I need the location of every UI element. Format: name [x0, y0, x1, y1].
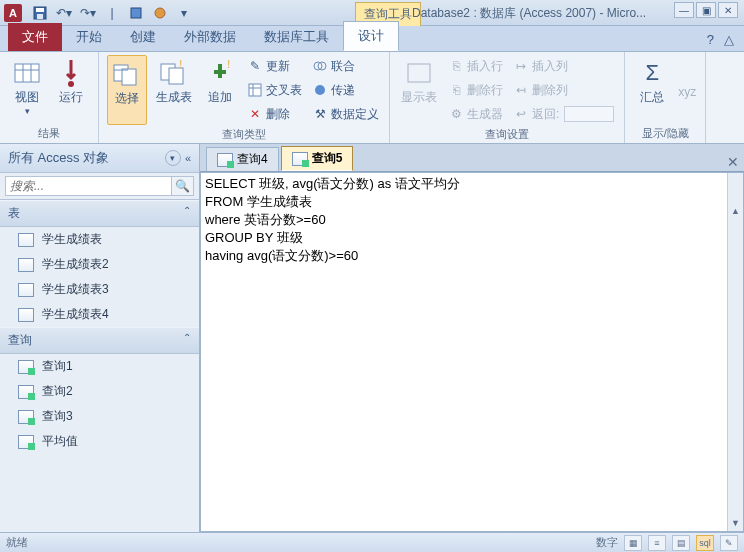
nav-table-item[interactable]: 学生成绩表4 [0, 302, 199, 327]
return-button: ↩返回: [511, 103, 616, 125]
scroll-down-icon[interactable]: ▼ [728, 515, 743, 531]
run-button[interactable]: 运行 [52, 55, 90, 118]
passthrough-button[interactable]: 传递 [310, 79, 381, 101]
builder-button: ⚙生成器 [446, 103, 505, 125]
svg-rect-5 [15, 64, 39, 82]
minimize-button[interactable]: — [674, 2, 694, 18]
close-tab-icon[interactable]: ✕ [724, 153, 742, 171]
restore-button[interactable]: ▣ [696, 2, 716, 18]
sql-text: SELECT 班级, avg(语文分数) as 语文平均分 FROM 学生成绩表… [205, 176, 460, 263]
show-table-icon [403, 57, 435, 89]
doc-tab[interactable]: 查询4 [206, 147, 279, 171]
nav-table-item[interactable]: 学生成绩表3 [0, 277, 199, 302]
builder-icon: ⚙ [448, 106, 464, 122]
crosstab-button[interactable]: 交叉表 [245, 79, 304, 101]
delete-button[interactable]: ✕删除 [245, 103, 304, 125]
pivot-view-button[interactable]: ≡ [648, 535, 666, 551]
category-queries[interactable]: 查询⌃ [0, 327, 199, 354]
query-icon [18, 360, 34, 374]
table-icon [18, 308, 34, 322]
document-tabs: 查询4 查询5 ✕ [200, 144, 744, 172]
crosstab-icon [247, 82, 263, 98]
delete-rows-icon: ⎗ [448, 82, 464, 98]
sql-view-button[interactable]: sql [696, 535, 714, 551]
tab-database-tools[interactable]: 数据库工具 [250, 23, 343, 51]
nav-query-item[interactable]: 平均值 [0, 429, 199, 454]
nav-query-item[interactable]: 查询2 [0, 379, 199, 404]
nav-table-item[interactable]: 学生成绩表 [0, 227, 199, 252]
status-numlock: 数字 [596, 535, 618, 550]
qat-btn-2[interactable] [150, 3, 170, 23]
doc-tab[interactable]: 查询5 [281, 146, 354, 171]
show-table-button[interactable]: 显示表 [398, 55, 440, 125]
insert-rows-label: 插入行 [467, 58, 503, 75]
status-left: 就绪 [6, 535, 28, 550]
totals-icon: Σ [636, 57, 668, 89]
query-icon [18, 385, 34, 399]
nav-query-item[interactable]: 查询3 [0, 404, 199, 429]
select-query-button[interactable]: 选择 [107, 55, 147, 125]
make-table-label: 生成表 [156, 89, 192, 106]
search-input[interactable] [5, 176, 172, 196]
category-queries-label: 查询 [8, 332, 32, 349]
totals-label: 汇总 [640, 89, 664, 106]
undo-icon[interactable]: ↶▾ [54, 3, 74, 23]
data-definition-label: 数据定义 [331, 106, 379, 123]
view-button[interactable]: 视图▾ [8, 55, 46, 118]
crosstab-label: 交叉表 [266, 82, 302, 99]
access-app-icon: A [4, 4, 22, 22]
close-button[interactable]: ✕ [718, 2, 738, 18]
redo-icon[interactable]: ↷▾ [78, 3, 98, 23]
window-title: Database2 : 数据库 (Access 2007) - Micro... [412, 5, 672, 22]
quick-access-toolbar: ↶▾ ↷▾ | ▾ [30, 3, 194, 23]
view-icon [11, 57, 43, 89]
search-icon[interactable]: 🔍 [172, 176, 194, 196]
window-controls: — ▣ ✕ [674, 2, 738, 18]
category-tables-label: 表 [8, 205, 20, 222]
save-icon[interactable] [30, 3, 50, 23]
totals-button[interactable]: Σ 汇总 [633, 55, 671, 108]
scroll-up-icon[interactable]: ▲ [728, 203, 743, 219]
tab-external-data[interactable]: 外部数据 [170, 23, 250, 51]
append-button[interactable]: ! 追加 [201, 55, 239, 125]
union-button[interactable]: 联合 [310, 55, 381, 77]
nav-item-label: 学生成绩表2 [42, 256, 109, 273]
chevron-up-icon[interactable]: ⌃ [183, 332, 191, 349]
nav-table-item[interactable]: 学生成绩表2 [0, 252, 199, 277]
tab-create[interactable]: 创建 [116, 23, 170, 51]
group-query-type: 选择 ! 生成表 ! 追加 ✎更新 交叉表 ✕删除 联合 传递 ⚒数据定义 查询… [99, 52, 390, 143]
select-label: 选择 [115, 90, 139, 107]
svg-point-4 [155, 8, 165, 18]
qat-btn-1[interactable] [126, 3, 146, 23]
data-definition-button[interactable]: ⚒数据定义 [310, 103, 381, 125]
tab-home[interactable]: 开始 [62, 23, 116, 51]
design-view-button[interactable]: ✎ [720, 535, 738, 551]
navpane-header[interactable]: 所有 Access 对象 ▾ « [0, 144, 199, 173]
make-table-button[interactable]: ! 生成表 [153, 55, 195, 125]
navpane-title: 所有 Access 对象 [8, 149, 109, 167]
ribbon-minimize-icon[interactable]: △ [724, 32, 734, 47]
navpane-filter-icon[interactable]: ▾ [165, 150, 181, 166]
datasheet-view-button[interactable]: ▦ [624, 535, 642, 551]
vertical-scrollbar[interactable]: ▲ ▼ [727, 173, 743, 531]
sql-editor[interactable]: SELECT 班级, avg(语文分数) as 语文平均分 FROM 学生成绩表… [200, 172, 744, 532]
view-label: 视图 [15, 89, 39, 106]
table-icon [18, 283, 34, 297]
chart-view-button[interactable]: ▤ [672, 535, 690, 551]
query-icon [18, 410, 34, 424]
show-table-label: 显示表 [401, 89, 437, 106]
workspace: 所有 Access 对象 ▾ « 🔍 表⌃ 学生成绩表 学生成绩表2 学生成绩表… [0, 144, 744, 532]
file-tab[interactable]: 文件 [8, 23, 62, 51]
run-icon [55, 57, 87, 89]
delete-rows-button: ⎗删除行 [446, 79, 505, 101]
update-button[interactable]: ✎更新 [245, 55, 304, 77]
category-tables[interactable]: 表⌃ [0, 200, 199, 227]
help-icon[interactable]: ? [707, 32, 714, 47]
qat-customize-icon[interactable]: ▾ [174, 3, 194, 23]
group-query-type-label: 查询类型 [107, 125, 381, 144]
query-icon [292, 152, 308, 166]
tab-design[interactable]: 设计 [343, 21, 399, 51]
navpane-collapse-icon[interactable]: « [185, 152, 191, 164]
chevron-up-icon[interactable]: ⌃ [183, 205, 191, 222]
nav-query-item[interactable]: 查询1 [0, 354, 199, 379]
